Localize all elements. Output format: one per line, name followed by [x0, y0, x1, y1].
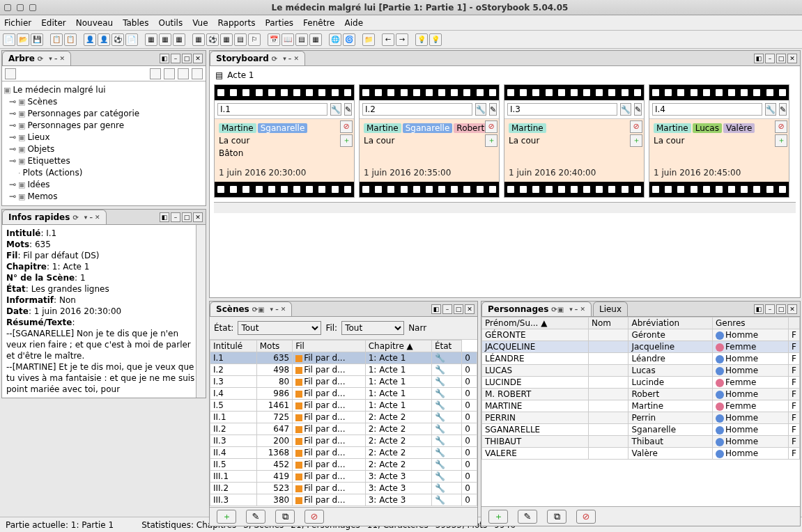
- menu-vue[interactable]: Vue: [192, 18, 208, 28]
- table-row[interactable]: I.380Fil par d...1: Acte 1🔧0: [210, 376, 477, 388]
- col-header[interactable]: Chapitre ▲: [365, 341, 431, 352]
- add-icon[interactable]: ＋: [775, 134, 787, 147]
- scrollbar[interactable]: [214, 202, 796, 213]
- toggle-icon[interactable]: ⊸: [9, 143, 16, 155]
- refresh-icon[interactable]: ⟳: [272, 55, 277, 63]
- tab-lieux[interactable]: Lieux: [593, 302, 628, 316]
- toolbar-button[interactable]: 📄: [125, 33, 138, 46]
- min-icon[interactable]: –: [442, 304, 452, 314]
- table-row[interactable]: I.1635Fil par d...1: Acte 1🔧0: [210, 352, 477, 364]
- block-icon[interactable]: ⊘: [630, 120, 642, 133]
- max-icon[interactable]: □: [182, 54, 192, 63]
- tree-item[interactable]: ⊸▣Etiquettes: [3, 155, 204, 167]
- table-row[interactable]: I.4986Fil par d...1: Acte 1🔧0: [210, 388, 477, 400]
- table-row[interactable]: THIBAUTThibautHommeF: [482, 436, 800, 448]
- min-icon[interactable]: –: [765, 54, 775, 63]
- wrench-icon[interactable]: 🔧: [435, 424, 445, 434]
- toolbar-button[interactable]: 🌀: [343, 33, 355, 46]
- close-icon[interactable]: ✕: [465, 304, 475, 314]
- table-row[interactable]: II.1725Fil par d...2: Acte 2🔧0: [210, 412, 477, 423]
- table-row[interactable]: VALEREValèreHommeF: [482, 448, 800, 460]
- person-tag[interactable]: Sganarelle: [258, 123, 308, 133]
- person-tag[interactable]: Martine: [654, 123, 691, 133]
- tree-item[interactable]: ⊸▣Objets: [3, 143, 204, 155]
- table-row[interactable]: LUCINDELucindeFemmeF: [482, 377, 800, 389]
- toolbar-button[interactable]: ▤: [234, 33, 247, 46]
- table-row[interactable]: II.5452Fil par d...2: Acte 2🔧0: [210, 459, 477, 471]
- table-row[interactable]: LUCASLucasHommeF: [482, 365, 800, 377]
- scene-id-input[interactable]: [652, 103, 762, 116]
- col-header[interactable]: Nom: [588, 318, 628, 329]
- toggle-icon[interactable]: ⊸: [9, 191, 16, 203]
- menu-aide[interactable]: Aide: [344, 18, 363, 28]
- dockleft-icon[interactable]: ◧: [160, 54, 169, 63]
- close-icon[interactable]: [29, 4, 36, 11]
- toggle-icon[interactable]: ⊸: [9, 155, 16, 167]
- tree-item[interactable]: ·Plots (Actions): [3, 167, 204, 179]
- dockleft-icon[interactable]: ◧: [754, 304, 764, 314]
- table-row[interactable]: II.2647Fil par d...2: Acte 2🔧0: [210, 423, 477, 435]
- edit-button[interactable]: ✎: [246, 510, 265, 524]
- person-tag[interactable]: Martine: [219, 123, 256, 133]
- tree-root[interactable]: ▣Le médecin malgré lui: [3, 84, 204, 96]
- tab-arbre[interactable]: Arbre ⟳ ▾ – ✕: [2, 51, 71, 65]
- wrench-icon[interactable]: 🔧: [435, 460, 445, 469]
- copy-button[interactable]: ⧉: [275, 510, 295, 524]
- person-tag[interactable]: Valère: [723, 123, 755, 133]
- toolbar-button[interactable]: ▦: [309, 33, 322, 46]
- table-row[interactable]: SGANARELLESganarelleHommeF: [482, 424, 800, 436]
- toolbar-button[interactable]: 📋: [50, 33, 63, 46]
- storyboard-card[interactable]: 🔧✎ ⊘＋ Martine La cour 1 juin 2016 20:40:…: [504, 84, 645, 198]
- person-tag[interactable]: Sganarelle: [403, 123, 453, 133]
- block-icon[interactable]: ⊘: [485, 120, 498, 133]
- scene-id-input[interactable]: [362, 103, 472, 116]
- collapse-icon[interactable]: ▾ – ✕: [569, 306, 585, 313]
- storyboard-card[interactable]: 🔧✎ ⊘＋ MartineLucasValère La cour 1 juin …: [649, 84, 789, 198]
- max-icon[interactable]: □: [776, 54, 786, 63]
- grid-icon[interactable]: [150, 68, 161, 79]
- scene-id-input[interactable]: [507, 103, 617, 116]
- wrench-icon[interactable]: 🔧: [330, 103, 341, 116]
- add-button[interactable]: ＋: [217, 510, 236, 524]
- close-icon[interactable]: ✕: [787, 304, 797, 314]
- table-row[interactable]: I.51461Fil par d...1: Acte 1🔧0: [210, 400, 477, 412]
- tree-item[interactable]: ⊸▣Personnages par catégorie: [3, 108, 204, 120]
- collapse-icon[interactable]: ▾ – ✕: [270, 306, 286, 313]
- person-tag[interactable]: Robert: [454, 123, 487, 133]
- add-icon[interactable]: ＋: [630, 134, 642, 147]
- toggle-icon[interactable]: ⊸: [9, 132, 16, 143]
- table-row[interactable]: M. ROBERTRobertHommeF: [482, 389, 800, 400]
- dockleft-icon[interactable]: ◧: [160, 212, 169, 222]
- copy-button[interactable]: ⧉: [547, 510, 566, 524]
- toolbar-button[interactable]: 📋: [64, 33, 77, 46]
- refresh-icon[interactable]: ⟳▣: [252, 306, 265, 313]
- toolbar-button[interactable]: 👤: [84, 33, 96, 46]
- edit-icon[interactable]: ✎: [344, 103, 352, 116]
- toolbar-button[interactable]: 📅: [268, 33, 280, 46]
- max-icon[interactable]: □: [454, 304, 463, 314]
- wrench-icon[interactable]: 🔧: [435, 495, 445, 505]
- wrench-icon[interactable]: 🔧: [435, 483, 445, 493]
- toggle-icon[interactable]: ⊸: [9, 108, 16, 120]
- table-row[interactable]: II.3200Fil par d...2: Acte 2🔧0: [210, 435, 477, 447]
- table-row[interactable]: II.41368Fil par d...2: Acte 2🔧0: [210, 447, 477, 459]
- wrench-icon[interactable]: 🔧: [765, 103, 776, 116]
- max-icon[interactable]: □: [182, 212, 192, 222]
- col-header[interactable]: Fil: [293, 341, 366, 352]
- toolbar-button[interactable]: ▦: [173, 33, 185, 46]
- toolbar-button[interactable]: →: [396, 33, 408, 46]
- tree-item[interactable]: ⊸▣Memos: [3, 191, 204, 203]
- tree-item[interactable]: ⊸▣Personnages par genre: [3, 120, 204, 132]
- toolbar-button[interactable]: ⚽: [111, 33, 124, 46]
- col-header[interactable]: Prénom/Su... ▲: [482, 318, 589, 329]
- toolbar-button[interactable]: 💾: [31, 33, 43, 46]
- edit-icon[interactable]: ✎: [634, 103, 642, 116]
- menu-tables[interactable]: Tables: [123, 18, 148, 28]
- person-tag[interactable]: Martine: [509, 123, 546, 133]
- toolbar-button[interactable]: 🌐: [329, 33, 341, 46]
- scrollbar[interactable]: [196, 225, 206, 398]
- add-button[interactable]: ＋: [488, 510, 508, 524]
- wrench-icon[interactable]: 🔧: [435, 448, 445, 457]
- table-row[interactable]: III.2523Fil par d...3: Acte 3🔧0: [210, 483, 477, 494]
- edit-button[interactable]: ✎: [518, 510, 537, 524]
